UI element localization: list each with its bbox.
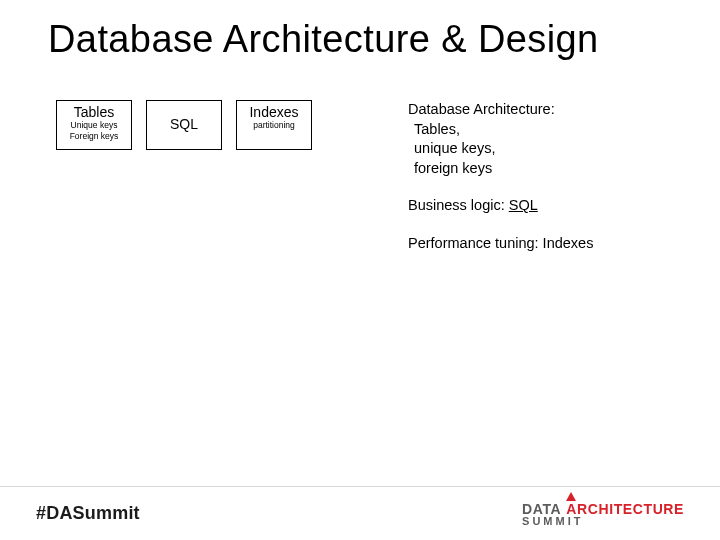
bullet-arch: Database Architecture: Tables, unique ke… — [408, 100, 688, 178]
box-indexes-sub1: partitioning — [253, 120, 295, 130]
box-row: Tables Unique keys Foreign keys SQL Inde… — [56, 100, 312, 150]
box-tables-sub2: Foreign keys — [70, 131, 119, 141]
footer-logo: DATA ARCHITECTURE SUMMIT — [522, 501, 684, 527]
bullet-logic: Business logic: SQL — [408, 196, 688, 216]
box-tables-sub1: Unique keys — [71, 120, 118, 130]
text-column: Database Architecture: Tables, unique ke… — [408, 100, 688, 271]
footer: #DASummit DATA ARCHITECTURE SUMMIT — [0, 486, 720, 540]
bullet-arch-heading: Database Architecture: — [408, 101, 555, 117]
box-sql-label: SQL — [170, 117, 198, 132]
logo-word-summit: SUMMIT — [522, 516, 684, 526]
bullet-arch-line3: foreign keys — [408, 159, 688, 179]
slide: Database Architecture & Design Tables Un… — [0, 0, 720, 540]
bullet-logic-value: SQL — [509, 197, 538, 213]
bullet-perf-value: Indexes — [543, 235, 594, 251]
box-indexes-label: Indexes — [249, 105, 298, 120]
bullet-arch-line1: Tables, — [408, 120, 688, 140]
box-tables: Tables Unique keys Foreign keys — [56, 100, 132, 150]
bullet-logic-label: Business logic: — [408, 197, 505, 213]
triangle-icon — [566, 492, 576, 501]
box-sql: SQL — [146, 100, 222, 150]
bullet-arch-line2: unique keys, — [408, 139, 688, 159]
logo-word-architecture: ARCHITECTURE — [566, 501, 684, 517]
page-title: Database Architecture & Design — [48, 18, 599, 61]
footer-hashtag: #DASummit — [36, 503, 140, 524]
box-indexes: Indexes partitioning — [236, 100, 312, 150]
bullet-perf-label: Performance tuning: — [408, 235, 539, 251]
bullet-perf: Performance tuning: Indexes — [408, 234, 688, 254]
box-tables-label: Tables — [74, 105, 114, 120]
